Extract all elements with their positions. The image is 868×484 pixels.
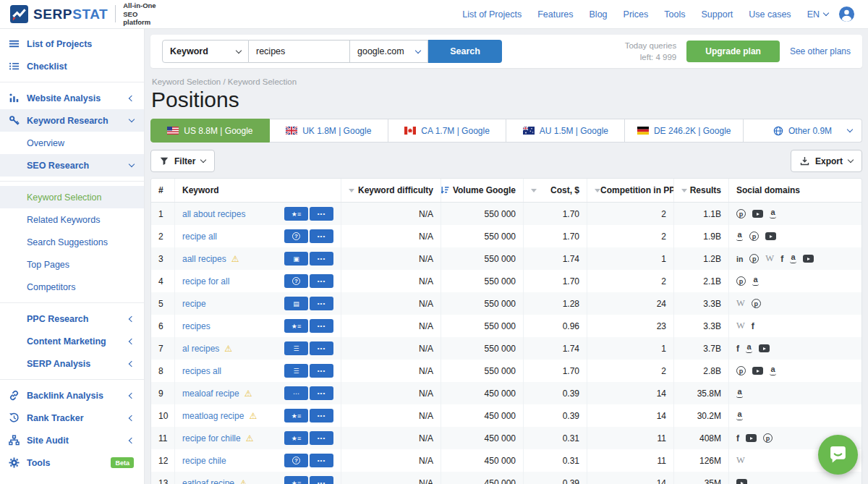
wikipedia-icon[interactable]: W — [736, 455, 745, 466]
sidebar-item-ppc-research[interactable]: PPC Research — [0, 307, 144, 330]
more-actions-icon[interactable]: ••• — [310, 252, 333, 266]
keyword-link[interactable]: recipe chile — [182, 456, 226, 466]
youtube-icon[interactable] — [746, 434, 757, 442]
amazon-icon[interactable]: a — [752, 276, 759, 285]
nav-use-cases[interactable]: Use cases — [749, 9, 791, 20]
tab-uk-1-8m-google[interactable]: UK 1.8M | Google — [270, 119, 388, 143]
keyword-input[interactable] — [249, 40, 350, 63]
column-header-volume-google[interactable]: Volume Google — [441, 179, 523, 202]
amazon-icon[interactable]: a — [736, 411, 743, 420]
tab-ca-1-7m-google[interactable]: CA 1.7M | Google — [388, 119, 507, 143]
keyword-link[interactable]: recipe for all — [182, 276, 229, 286]
more-actions-icon[interactable]: ••• — [310, 431, 333, 445]
pinterest-icon[interactable]: p — [736, 366, 746, 375]
wikipedia-icon[interactable]: W — [736, 298, 745, 309]
keyword-link[interactable]: all about recipes — [182, 209, 245, 219]
search-type-select[interactable]: Keyword — [162, 40, 249, 63]
sidebar-item-keyword-selection[interactable]: Keyword Selection — [0, 186, 144, 208]
more-actions-icon[interactable]: ••• — [310, 297, 333, 310]
export-button[interactable]: Export — [791, 150, 862, 172]
pinterest-icon[interactable]: p — [763, 433, 773, 443]
sort-caret-icon[interactable] — [681, 189, 687, 195]
keyword-link[interactable]: recipe for chille — [182, 433, 241, 443]
keyword-link[interactable]: recipes all — [182, 366, 221, 376]
nav-list-of-projects[interactable]: List of Projects — [462, 9, 522, 20]
keyword-badge-card-icon[interactable]: ▣ — [284, 252, 308, 266]
amazon-icon[interactable]: a — [770, 366, 776, 375]
filter-button[interactable]: Filter — [150, 150, 215, 172]
nav-tools[interactable]: Tools — [664, 9, 685, 20]
sidebar-item-top-pages[interactable]: Top Pages — [0, 253, 144, 276]
tab-other-0-9m[interactable]: Other 0.9M — [744, 119, 862, 143]
language-selector[interactable]: EN — [807, 9, 828, 20]
pinterest-icon[interactable]: p — [749, 232, 759, 241]
logo[interactable]: SERPSTAT All-in-One SEO platform — [10, 1, 163, 26]
avatar[interactable] — [838, 6, 855, 22]
column-header-keyword[interactable]: Keyword — [174, 179, 341, 202]
wikipedia-icon[interactable]: W — [765, 253, 774, 264]
nav-prices[interactable]: Prices — [624, 9, 649, 20]
amazon-icon[interactable]: a — [746, 344, 752, 352]
see-other-plans-link[interactable]: See other plans — [790, 46, 851, 56]
sort-active-icon[interactable] — [441, 186, 449, 195]
column-header-cost[interactable]: Cost, $ — [523, 179, 587, 202]
sidebar-item-site-audit[interactable]: Site Audit — [0, 429, 144, 451]
sidebar-item-backlink-analysis[interactable]: Backlink Analysis — [0, 384, 144, 407]
sidebar-item-content-marketing[interactable]: Content Marketing — [0, 330, 144, 352]
linkedin-icon[interactable]: in — [736, 255, 743, 263]
more-actions-icon[interactable]: ••• — [310, 319, 333, 333]
column-header-results[interactable]: Results — [673, 179, 728, 202]
keyword-badge-star-list-icon[interactable]: ★≡ — [284, 476, 308, 484]
facebook-icon[interactable]: f — [780, 254, 783, 264]
nav-support[interactable]: Support — [701, 9, 733, 20]
keyword-link[interactable]: mealoaf recipe — [182, 389, 239, 399]
sidebar-item-seo-research[interactable]: SEO Research — [0, 154, 144, 177]
column-header-[interactable]: # — [151, 179, 174, 202]
keyword-link[interactable]: eatloaf recipe — [182, 478, 234, 484]
sort-caret-icon[interactable] — [595, 189, 600, 195]
tab-de-246-2k-google[interactable]: DE 246.2K | Google — [625, 119, 744, 143]
sort-caret-icon[interactable] — [349, 189, 354, 195]
keyword-badge-question-icon[interactable]: ? — [284, 229, 308, 243]
more-actions-icon[interactable]: ••• — [310, 476, 333, 484]
more-actions-icon[interactable]: ••• — [310, 454, 333, 467]
more-actions-icon[interactable]: ••• — [310, 229, 333, 243]
sidebar-item-search-suggestions[interactable]: Search Suggestions — [0, 231, 144, 253]
youtube-icon[interactable] — [752, 210, 763, 218]
search-engine-select[interactable]: google.com — [350, 40, 428, 63]
nav-blog[interactable]: Blog — [590, 9, 608, 20]
nav-features[interactable]: Features — [537, 9, 573, 20]
amazon-icon[interactable]: a — [736, 389, 743, 397]
keyword-link[interactable]: meatloag recipe — [182, 411, 244, 421]
more-actions-icon[interactable]: ••• — [310, 207, 333, 221]
keyword-badge-star-list-icon[interactable]: ★≡ — [284, 409, 308, 423]
sidebar-item-tools[interactable]: ToolsBeta — [0, 451, 144, 474]
column-header-social-domains[interactable]: Social domains — [728, 179, 861, 202]
facebook-icon[interactable]: f — [752, 321, 754, 331]
amazon-icon[interactable]: a — [770, 209, 776, 218]
more-actions-icon[interactable]: ••• — [310, 364, 333, 378]
pinterest-icon[interactable]: p — [736, 276, 746, 286]
facebook-icon[interactable]: f — [736, 433, 739, 443]
keyword-link[interactable]: recipe all — [182, 232, 217, 242]
sidebar-item-rank-tracker[interactable]: Rank Tracker — [0, 407, 144, 429]
pinterest-icon[interactable]: p — [752, 299, 761, 308]
keyword-badge-star-list-icon[interactable]: ★≡ — [284, 431, 308, 445]
keyword-badge-question-icon[interactable]: ? — [284, 454, 308, 467]
keyword-badge-doc-icon[interactable]: ☰ — [284, 341, 308, 355]
amazon-icon[interactable]: a — [736, 232, 743, 240]
chat-widget-button[interactable] — [818, 435, 858, 475]
keyword-badge-star-list-icon[interactable]: ★≡ — [284, 319, 308, 333]
sidebar-item-website-analysis[interactable]: Website Analysis — [0, 87, 144, 109]
more-actions-icon[interactable]: ••• — [310, 386, 333, 400]
keyword-badge-question-icon[interactable]: ? — [284, 274, 308, 288]
sidebar-item-serp-analysis[interactable]: SERP Analysis — [0, 352, 144, 375]
keyword-badge-news-icon[interactable]: ▤ — [284, 297, 308, 310]
amazon-icon[interactable]: a — [790, 254, 796, 263]
sidebar-item-list-of-projects[interactable]: List of Projects — [0, 33, 144, 55]
more-actions-icon[interactable]: ••• — [310, 274, 333, 288]
sidebar-item-related-keywords[interactable]: Related Keywords — [0, 208, 144, 231]
keyword-badge-star-list-icon[interactable]: ★≡ — [284, 207, 308, 221]
sort-caret-icon[interactable] — [531, 189, 537, 195]
pinterest-icon[interactable]: p — [736, 209, 746, 218]
